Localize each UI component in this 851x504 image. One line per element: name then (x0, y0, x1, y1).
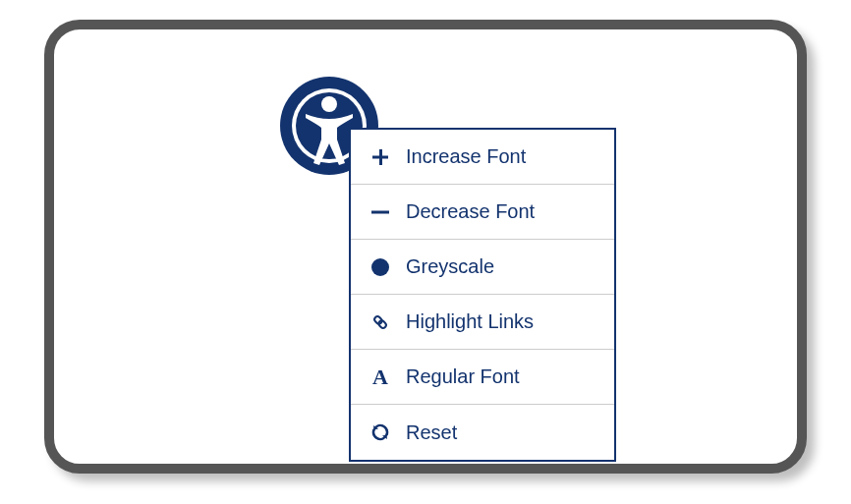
accessibility-menu: Increase Font Decrease Font Greyscale (349, 128, 616, 462)
menu-item-regular-font[interactable]: A Regular Font (351, 350, 614, 405)
menu-item-label: Regular Font (406, 365, 520, 388)
circle-icon (367, 257, 394, 277)
menu-item-increase-font[interactable]: Increase Font (351, 130, 614, 185)
menu-item-greyscale[interactable]: Greyscale (351, 240, 614, 295)
svg-point-3 (321, 96, 337, 112)
accessibility-card: Increase Font Decrease Font Greyscale (44, 20, 807, 474)
menu-item-reset[interactable]: Reset (351, 405, 614, 460)
font-a-icon: A (367, 364, 394, 390)
svg-point-5 (371, 258, 389, 276)
menu-item-label: Decrease Font (406, 200, 535, 223)
link-icon (367, 312, 394, 332)
plus-icon (367, 149, 394, 165)
refresh-icon (367, 423, 394, 441)
menu-item-decrease-font[interactable]: Decrease Font (351, 185, 614, 240)
menu-item-label: Greyscale (406, 255, 494, 278)
svg-rect-7 (377, 319, 387, 329)
svg-rect-4 (371, 210, 389, 213)
menu-item-label: Increase Font (406, 145, 526, 168)
menu-item-label: Highlight Links (406, 310, 534, 333)
menu-item-highlight-links[interactable]: Highlight Links (351, 295, 614, 350)
minus-icon (367, 204, 394, 220)
menu-item-label: Reset (406, 421, 457, 444)
